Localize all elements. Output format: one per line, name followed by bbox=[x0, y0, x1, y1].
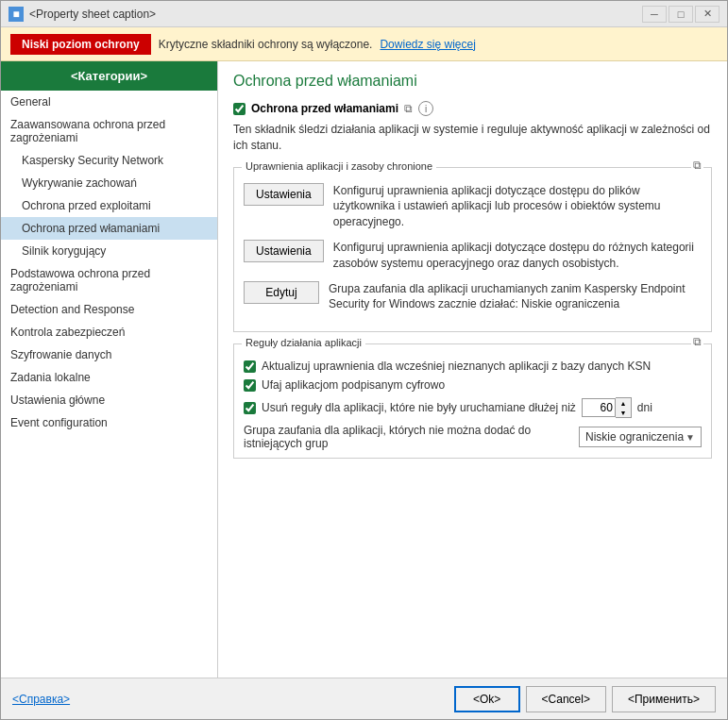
permission-row-1: Ustawienia Konfiguruj uprawnienia aplika… bbox=[244, 183, 702, 230]
sidebar-item-local-tasks[interactable]: Zadania lokalne bbox=[1, 366, 217, 389]
sidebar-header: <Категории> bbox=[1, 61, 217, 91]
warning-text: Krytyczne składniki ochrony są wyłączone… bbox=[159, 38, 373, 51]
spinner-down[interactable]: ▼ bbox=[616, 408, 631, 417]
main-window: ■ <Property sheet caption> ─ □ ✕ Niski p… bbox=[0, 0, 728, 720]
content-area: Ochrona przed włamaniami Ochrona przed w… bbox=[218, 61, 727, 678]
checkbox-row-2: Ufaj aplikacjom podpisanym cyfrowo bbox=[244, 378, 702, 392]
trust-group-dropdown[interactable]: Niskie ograniczenia ▼ bbox=[579, 427, 702, 447]
sidebar-item-basic[interactable]: Podstawowa ochrona przed zagrożeniami bbox=[1, 262, 217, 298]
app-icon: ■ bbox=[8, 7, 24, 22]
footer: <Справка> <Ok> <Cancel> <Применить> bbox=[1, 678, 727, 719]
permission-desc-3: Grupa zaufania dla aplikacji uruchamiany… bbox=[329, 281, 702, 313]
permission-desc-2: Konfiguruj uprawnienia aplikacji dotyczą… bbox=[333, 240, 702, 272]
info-icon[interactable]: i bbox=[418, 101, 433, 116]
sidebar-item-general[interactable]: General bbox=[1, 91, 217, 113]
description: Ten składnik śledzi działania aplikacji … bbox=[233, 122, 712, 154]
sidebar-item-remediation[interactable]: Silnik korygujący bbox=[1, 240, 217, 262]
settings-button-1[interactable]: Ustawienia bbox=[244, 183, 324, 206]
permission-row-3: Edytuj Grupa zaufania dla aplikacji uruc… bbox=[244, 281, 702, 313]
days-row: Usuń reguły dla aplikacji, które nie był… bbox=[244, 397, 702, 418]
edit-button[interactable]: Edytuj bbox=[244, 281, 319, 304]
warning-link[interactable]: Dowiedz się więcej bbox=[380, 38, 475, 51]
title-controls: ─ □ ✕ bbox=[642, 6, 720, 23]
sidebar-item-detection[interactable]: Detection and Response bbox=[1, 298, 217, 321]
close-button[interactable]: ✕ bbox=[695, 6, 720, 23]
spinner-up[interactable]: ▲ bbox=[616, 398, 631, 408]
trust-group-label: Grupa zaufania dla aplikacji, których ni… bbox=[244, 424, 571, 450]
main-content: <Категории> General Zaawansowana ochrona… bbox=[1, 61, 727, 678]
checkbox-ksn-label: Aktualizuj uprawnienia dla wcześniej nie… bbox=[262, 360, 651, 373]
sidebar-item-advanced[interactable]: Zaawansowana ochrona przed zagrożeniami bbox=[1, 113, 217, 149]
spinner-controls: ▲ ▼ bbox=[616, 397, 632, 418]
permission-desc-1: Konfiguruj uprawnienia aplikacji dotyczą… bbox=[333, 183, 702, 230]
dropdown-value: Niskie ograniczenia bbox=[585, 430, 684, 444]
warning-bar: Niski poziom ochrony Krytyczne składniki… bbox=[1, 27, 727, 61]
checkbox-signed[interactable] bbox=[244, 379, 256, 392]
checkbox-row-1: Aktualizuj uprawnienia dla wcześniej nie… bbox=[244, 360, 702, 373]
settings-button-2[interactable]: Ustawienia bbox=[244, 240, 324, 262]
days-label: dni bbox=[637, 401, 652, 414]
cancel-button[interactable]: <Cancel> bbox=[526, 686, 606, 712]
apply-button[interactable]: <Применить> bbox=[612, 686, 716, 712]
trust-group-row: Grupa zaufania dla aplikacji, których ni… bbox=[244, 424, 702, 450]
rules-copy-icon[interactable]: ⧉ bbox=[691, 335, 703, 348]
title-bar-left: ■ <Property sheet caption> bbox=[8, 7, 156, 22]
sidebar-item-event-config[interactable]: Event configuration bbox=[1, 411, 217, 434]
sidebar-item-ksn[interactable]: Kaspersky Security Network bbox=[1, 149, 217, 172]
permission-row-2: Ustawienia Konfiguruj uprawnienia aplika… bbox=[244, 240, 702, 272]
window-title: <Property sheet caption> bbox=[29, 8, 156, 21]
sidebar-item-intrusions[interactable]: Ochrona przed włamaniami bbox=[1, 217, 217, 240]
help-link[interactable]: <Справка> bbox=[12, 693, 70, 706]
permissions-group-title: Uprawnienia aplikacji i zasoby chronione bbox=[242, 160, 436, 172]
checkbox-signed-label: Ufaj aplikacjom podpisanym cyfrowo bbox=[262, 378, 445, 392]
days-input[interactable] bbox=[582, 398, 616, 417]
main-checkbox[interactable] bbox=[233, 103, 245, 115]
permissions-copy-icon[interactable]: ⧉ bbox=[691, 159, 703, 172]
maximize-button[interactable]: □ bbox=[669, 6, 693, 23]
footer-buttons: <Ok> <Cancel> <Применить> bbox=[454, 686, 716, 712]
main-checkbox-label[interactable]: Ochrona przed włamaniami bbox=[233, 102, 398, 115]
sidebar-item-behavior[interactable]: Wykrywanie zachowań bbox=[1, 172, 217, 194]
checkbox-ksn[interactable] bbox=[244, 360, 256, 373]
sidebar-item-settings[interactable]: Ustawienia główne bbox=[1, 389, 217, 411]
sidebar-item-exploits[interactable]: Ochrona przed exploitami bbox=[1, 194, 217, 217]
rules-group: Reguły działania aplikacji ⧉ Aktualizuj … bbox=[233, 343, 712, 459]
title-bar: ■ <Property sheet caption> ─ □ ✕ bbox=[1, 1, 727, 27]
sidebar: <Категории> General Zaawansowana ochrona… bbox=[1, 61, 218, 678]
content-title: Ochrona przed włamaniami bbox=[233, 73, 712, 90]
copy-icon[interactable]: ⧉ bbox=[404, 102, 413, 115]
checkbox-remove-rules[interactable] bbox=[244, 402, 256, 414]
section-header: Ochrona przed włamaniami ⧉ i bbox=[233, 101, 712, 116]
checkbox-remove-rules-label: Usuń reguły dla aplikacji, które nie był… bbox=[262, 401, 576, 414]
sidebar-item-encryption[interactable]: Szyfrowanie danych bbox=[1, 343, 217, 366]
days-spinner[interactable]: ▲ ▼ bbox=[582, 397, 632, 418]
ok-button[interactable]: <Ok> bbox=[454, 686, 520, 712]
permissions-group: Uprawnienia aplikacji i zasoby chronione… bbox=[233, 167, 712, 333]
sidebar-item-security-control[interactable]: Kontrola zabezpieczeń bbox=[1, 321, 217, 343]
minimize-button[interactable]: ─ bbox=[642, 6, 667, 23]
rules-group-title: Reguły działania aplikacji bbox=[242, 337, 365, 348]
dropdown-arrow-icon: ▼ bbox=[686, 432, 695, 443]
warning-badge: Niski poziom ochrony bbox=[10, 34, 151, 55]
